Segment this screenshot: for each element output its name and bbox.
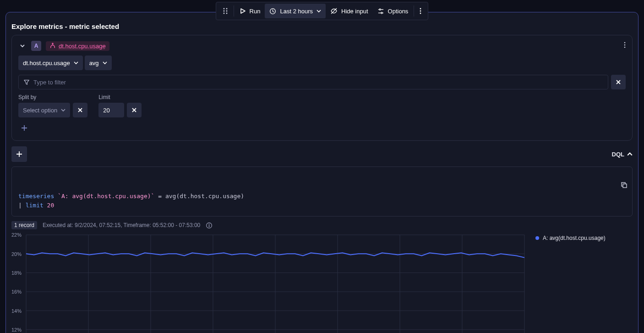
svg-point-0 [223,8,224,10]
filter-row [18,75,626,89]
svg-point-5 [226,13,227,14]
metric-name: dt.host.cpu.usage [59,43,106,50]
under-block: DQL [11,146,633,162]
grip-icon [223,8,228,14]
add-split-button[interactable] [18,122,30,134]
toolbar-inner: Run Last 2 hours Hide input Options [216,2,429,20]
record-count: 1 record [11,221,37,229]
svg-point-16 [624,44,626,46]
block-menu-button[interactable] [624,42,626,50]
timeframe-button[interactable]: Last 2 hours [265,4,326,18]
series-def: `A: avg(dt.host.cpu.usage)` [58,193,154,200]
chart-wrap: 22%20%18%16%14%12%10% A: avg(dt.host.cpu… [11,232,633,333]
aggregation-selector[interactable]: avg [85,56,112,70]
legend-item[interactable]: A: avg(dt.host.cpu.usage) [535,235,633,241]
plus-icon [21,124,28,132]
play-icon [240,8,246,14]
kw-limit: limit [26,202,44,209]
panel-title: Explore metrics - metric selected [11,22,633,30]
split-row: Split by Select option Limit [18,94,626,117]
clear-limit-button[interactable] [127,103,142,117]
chevron-down-icon [74,61,78,65]
svg-point-15 [624,42,626,44]
explore-panel: Explore metrics - metric selected A dt.h… [5,12,639,333]
executed-text: Executed at: 9/2/2024, 07:52:15, Timefra… [43,222,200,228]
kw-timeseries: timeseries [18,193,54,200]
limit-column: Limit [98,94,142,117]
copy-icon [620,181,628,189]
svg-point-9 [379,9,381,10]
options-label: Options [388,8,409,15]
splitby-placeholder: Select option [23,107,57,114]
dql-label: DQL [612,151,624,158]
legend: A: avg(dt.host.cpu.usage) [527,232,633,333]
clear-filter-button[interactable] [611,75,626,89]
divider [234,6,234,17]
assign-expr: = avg(dt.host.cpu.usage) [154,193,244,200]
chevron-down-icon [61,108,65,112]
add-query-button[interactable] [11,146,27,162]
clock-icon [269,8,276,15]
metric-icon [49,43,56,49]
divider [414,6,414,17]
result-meta: 1 record Executed at: 9/2/2024, 07:52:15… [11,221,633,229]
legend-dot-icon [535,236,539,240]
svg-point-2 [223,11,224,12]
sliders-icon [377,8,384,15]
metric-chip[interactable]: dt.host.cpu.usage [46,41,109,51]
splitby-column: Split by Select option [18,94,87,117]
collapse-button[interactable] [18,42,27,50]
splitby-label: Split by [18,94,87,100]
copy-button[interactable] [599,172,628,201]
svg-point-11 [381,12,382,13]
metric-selector-label: dt.host.cpu.usage [23,60,70,67]
svg-point-13 [420,11,421,12]
filter-input[interactable] [33,79,603,86]
metric-selector[interactable]: dt.host.cpu.usage [18,56,83,70]
chart[interactable]: 22%20%18%16%14%12%10% [11,232,527,333]
run-button[interactable]: Run [235,4,265,18]
query-badge: A [31,41,41,51]
filter-input-wrapper[interactable] [18,75,608,89]
controls-row: dt.host.cpu.usage avg [18,56,626,70]
limit-label: Limit [98,94,142,100]
run-label: Run [250,8,261,15]
svg-point-3 [226,11,227,12]
svg-point-12 [420,8,421,10]
svg-point-1 [226,8,227,10]
dql-toggle[interactable]: DQL [612,151,633,158]
more-button[interactable] [415,4,426,18]
close-icon [616,79,621,85]
limit-input[interactable] [98,103,124,117]
svg-rect-22 [209,225,210,227]
more-vertical-icon [420,8,421,14]
svg-point-14 [420,13,421,14]
splitby-selector[interactable]: Select option [18,103,70,117]
svg-point-17 [624,47,626,48]
svg-point-21 [209,223,210,224]
query-block: A dt.host.cpu.usage dt.host.cpu.usage av… [11,35,633,141]
toolbar: Run Last 2 hours Hide input Options [0,0,644,20]
filter-icon [23,79,30,85]
options-button[interactable]: Options [373,4,413,18]
info-icon[interactable] [206,222,213,229]
dql-code-block: timeseries `A: avg(dt.host.cpu.usage)` =… [11,166,633,216]
chevron-down-icon [103,61,107,65]
timeframe-label: Last 2 hours [280,8,313,15]
plus-icon [16,150,23,158]
close-icon [131,107,137,113]
pipe: | [18,202,26,209]
limit-num: 20 [44,202,54,209]
hide-input-label: Hide input [341,8,368,15]
clear-splitby-button[interactable] [73,103,87,117]
chevron-up-icon [627,151,633,157]
close-icon [77,107,83,113]
svg-rect-19 [623,184,627,188]
query-header: A dt.host.cpu.usage [18,41,626,51]
drag-handle-button[interactable] [218,4,233,18]
legend-text: A: avg(dt.host.cpu.usage) [543,235,606,241]
agg-label: avg [89,60,99,67]
chevron-down-icon [317,9,321,13]
hide-input-button[interactable]: Hide input [326,4,373,18]
eye-off-icon [330,7,338,15]
